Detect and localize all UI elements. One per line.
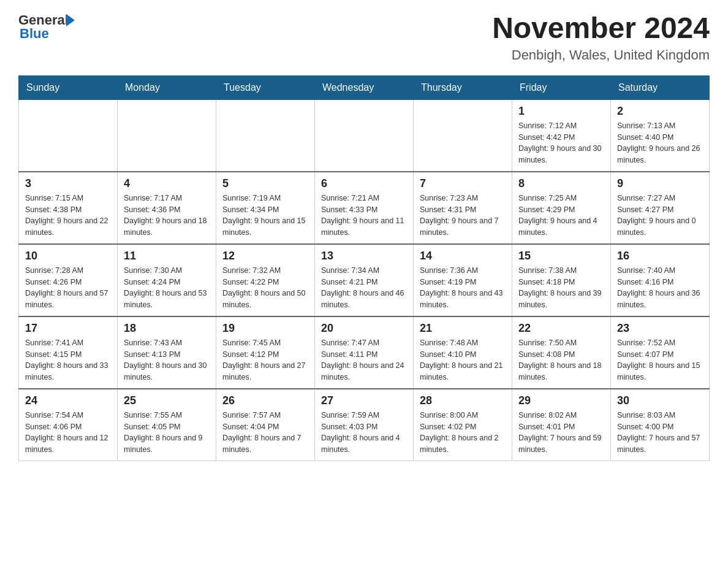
day-number: 2 bbox=[617, 105, 703, 118]
day-number: 14 bbox=[420, 250, 506, 262]
day-info: Sunrise: 7:52 AMSunset: 4:07 PMDaylight:… bbox=[617, 337, 703, 383]
table-row: 18Sunrise: 7:43 AMSunset: 4:13 PMDayligh… bbox=[118, 316, 216, 389]
table-row: 16Sunrise: 7:40 AMSunset: 4:16 PMDayligh… bbox=[611, 244, 710, 316]
day-number: 12 bbox=[222, 250, 308, 262]
table-row bbox=[19, 99, 118, 172]
table-row: 3Sunrise: 7:15 AMSunset: 4:38 PMDaylight… bbox=[19, 172, 118, 244]
table-row: 4Sunrise: 7:17 AMSunset: 4:36 PMDaylight… bbox=[118, 172, 216, 244]
day-info: Sunrise: 7:40 AMSunset: 4:16 PMDaylight:… bbox=[617, 265, 703, 311]
table-row: 29Sunrise: 8:02 AMSunset: 4:01 PMDayligh… bbox=[512, 389, 611, 461]
col-friday: Friday bbox=[512, 75, 611, 99]
day-info: Sunrise: 7:38 AMSunset: 4:18 PMDaylight:… bbox=[518, 265, 604, 311]
day-number: 27 bbox=[321, 394, 407, 407]
table-row: 6Sunrise: 7:21 AMSunset: 4:33 PMDaylight… bbox=[315, 172, 414, 244]
table-row bbox=[414, 99, 512, 172]
table-row bbox=[216, 99, 315, 172]
day-info: Sunrise: 8:03 AMSunset: 4:00 PMDaylight:… bbox=[617, 410, 703, 456]
day-number: 15 bbox=[518, 250, 604, 262]
day-info: Sunrise: 7:50 AMSunset: 4:08 PMDaylight:… bbox=[518, 337, 604, 383]
day-info: Sunrise: 7:34 AMSunset: 4:21 PMDaylight:… bbox=[321, 265, 407, 311]
calendar-week-1: 1Sunrise: 7:12 AMSunset: 4:42 PMDaylight… bbox=[19, 99, 710, 172]
table-row: 9Sunrise: 7:27 AMSunset: 4:27 PMDaylight… bbox=[611, 172, 710, 244]
table-row: 28Sunrise: 8:00 AMSunset: 4:02 PMDayligh… bbox=[414, 389, 512, 461]
table-row: 7Sunrise: 7:23 AMSunset: 4:31 PMDaylight… bbox=[414, 172, 512, 244]
day-number: 23 bbox=[617, 322, 703, 335]
day-info: Sunrise: 7:21 AMSunset: 4:33 PMDaylight:… bbox=[321, 193, 407, 239]
table-row: 30Sunrise: 8:03 AMSunset: 4:00 PMDayligh… bbox=[611, 389, 710, 461]
day-number: 21 bbox=[420, 322, 506, 335]
day-info: Sunrise: 7:27 AMSunset: 4:27 PMDaylight:… bbox=[617, 193, 703, 239]
table-row: 1Sunrise: 7:12 AMSunset: 4:42 PMDaylight… bbox=[512, 99, 611, 172]
day-info: Sunrise: 7:54 AMSunset: 4:06 PMDaylight:… bbox=[25, 410, 111, 456]
day-number: 7 bbox=[420, 177, 506, 190]
day-number: 16 bbox=[617, 250, 703, 262]
logo-text-blue: Blue bbox=[18, 26, 49, 42]
day-info: Sunrise: 7:43 AMSunset: 4:13 PMDaylight:… bbox=[124, 337, 210, 383]
day-number: 22 bbox=[518, 322, 604, 335]
col-sunday: Sunday bbox=[19, 75, 118, 99]
table-row: 20Sunrise: 7:47 AMSunset: 4:11 PMDayligh… bbox=[315, 316, 414, 389]
calendar-week-5: 24Sunrise: 7:54 AMSunset: 4:06 PMDayligh… bbox=[19, 389, 710, 461]
day-info: Sunrise: 7:12 AMSunset: 4:42 PMDaylight:… bbox=[518, 120, 604, 166]
col-wednesday: Wednesday bbox=[315, 75, 414, 99]
day-info: Sunrise: 7:30 AMSunset: 4:24 PMDaylight:… bbox=[124, 265, 210, 311]
calendar-title: November 2024 bbox=[492, 12, 710, 45]
table-row: 10Sunrise: 7:28 AMSunset: 4:26 PMDayligh… bbox=[19, 244, 118, 316]
day-info: Sunrise: 7:28 AMSunset: 4:26 PMDaylight:… bbox=[25, 265, 111, 311]
day-number: 1 bbox=[518, 105, 604, 118]
day-number: 13 bbox=[321, 250, 407, 262]
calendar-table: Sunday Monday Tuesday Wednesday Thursday… bbox=[18, 75, 710, 461]
table-row: 15Sunrise: 7:38 AMSunset: 4:18 PMDayligh… bbox=[512, 244, 611, 316]
day-info: Sunrise: 7:36 AMSunset: 4:19 PMDaylight:… bbox=[420, 265, 506, 311]
table-row: 21Sunrise: 7:48 AMSunset: 4:10 PMDayligh… bbox=[414, 316, 512, 389]
col-thursday: Thursday bbox=[414, 75, 512, 99]
day-info: Sunrise: 7:55 AMSunset: 4:05 PMDaylight:… bbox=[124, 410, 210, 456]
day-number: 5 bbox=[222, 177, 308, 190]
day-info: Sunrise: 7:19 AMSunset: 4:34 PMDaylight:… bbox=[222, 193, 308, 239]
calendar-subtitle: Denbigh, Wales, United Kingdom bbox=[492, 47, 710, 63]
day-number: 8 bbox=[518, 177, 604, 190]
day-number: 28 bbox=[420, 394, 506, 407]
day-info: Sunrise: 7:15 AMSunset: 4:38 PMDaylight:… bbox=[25, 193, 111, 239]
table-row: 5Sunrise: 7:19 AMSunset: 4:34 PMDaylight… bbox=[216, 172, 315, 244]
day-number: 29 bbox=[518, 394, 604, 407]
day-info: Sunrise: 7:59 AMSunset: 4:03 PMDaylight:… bbox=[321, 410, 407, 456]
table-row: 27Sunrise: 7:59 AMSunset: 4:03 PMDayligh… bbox=[315, 389, 414, 461]
day-info: Sunrise: 7:17 AMSunset: 4:36 PMDaylight:… bbox=[124, 193, 210, 239]
table-row: 8Sunrise: 7:25 AMSunset: 4:29 PMDaylight… bbox=[512, 172, 611, 244]
table-row: 17Sunrise: 7:41 AMSunset: 4:15 PMDayligh… bbox=[19, 316, 118, 389]
calendar-week-3: 10Sunrise: 7:28 AMSunset: 4:26 PMDayligh… bbox=[19, 244, 710, 316]
day-number: 18 bbox=[124, 322, 210, 335]
logo: General Blue bbox=[18, 12, 75, 42]
title-block: November 2024 Denbigh, Wales, United Kin… bbox=[492, 12, 710, 63]
table-row bbox=[118, 99, 216, 172]
day-number: 17 bbox=[25, 322, 111, 335]
day-info: Sunrise: 8:00 AMSunset: 4:02 PMDaylight:… bbox=[420, 410, 506, 456]
day-number: 10 bbox=[25, 250, 111, 262]
day-info: Sunrise: 7:13 AMSunset: 4:40 PMDaylight:… bbox=[617, 120, 703, 166]
logo-icon: General Blue bbox=[18, 12, 75, 42]
day-number: 25 bbox=[124, 394, 210, 407]
day-number: 19 bbox=[222, 322, 308, 335]
table-row: 19Sunrise: 7:45 AMSunset: 4:12 PMDayligh… bbox=[216, 316, 315, 389]
day-number: 4 bbox=[124, 177, 210, 190]
table-row: 24Sunrise: 7:54 AMSunset: 4:06 PMDayligh… bbox=[19, 389, 118, 461]
table-row: 2Sunrise: 7:13 AMSunset: 4:40 PMDaylight… bbox=[611, 99, 710, 172]
day-number: 9 bbox=[617, 177, 703, 190]
day-number: 30 bbox=[617, 394, 703, 407]
table-row: 25Sunrise: 7:55 AMSunset: 4:05 PMDayligh… bbox=[118, 389, 216, 461]
calendar-week-2: 3Sunrise: 7:15 AMSunset: 4:38 PMDaylight… bbox=[19, 172, 710, 244]
day-number: 20 bbox=[321, 322, 407, 335]
calendar-week-4: 17Sunrise: 7:41 AMSunset: 4:15 PMDayligh… bbox=[19, 316, 710, 389]
logo-arrow-icon bbox=[66, 14, 75, 26]
table-row bbox=[315, 99, 414, 172]
day-info: Sunrise: 7:32 AMSunset: 4:22 PMDaylight:… bbox=[222, 265, 308, 311]
table-row: 23Sunrise: 7:52 AMSunset: 4:07 PMDayligh… bbox=[611, 316, 710, 389]
day-info: Sunrise: 7:41 AMSunset: 4:15 PMDaylight:… bbox=[25, 337, 111, 383]
page-header: General Blue November 2024 Denbigh, Wale… bbox=[18, 12, 710, 63]
day-number: 26 bbox=[222, 394, 308, 407]
col-saturday: Saturday bbox=[611, 75, 710, 99]
table-row: 26Sunrise: 7:57 AMSunset: 4:04 PMDayligh… bbox=[216, 389, 315, 461]
calendar-header-row: Sunday Monday Tuesday Wednesday Thursday… bbox=[19, 75, 710, 99]
table-row: 13Sunrise: 7:34 AMSunset: 4:21 PMDayligh… bbox=[315, 244, 414, 316]
